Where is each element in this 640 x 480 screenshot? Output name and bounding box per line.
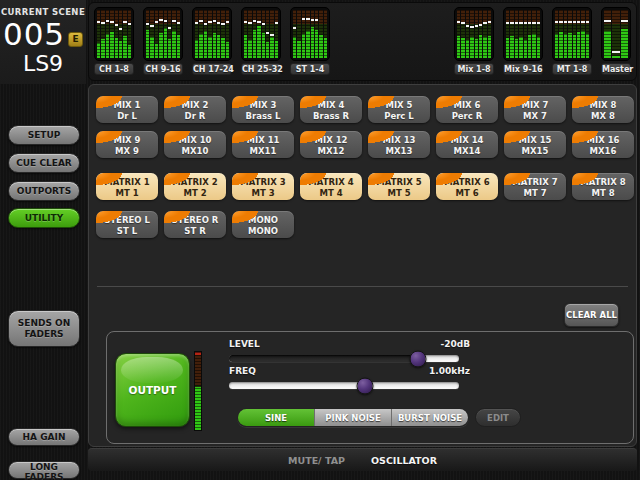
corner-tag-icon [368, 173, 394, 185]
meter-block-mt-1-8[interactable]: MT 1-8 [552, 7, 592, 75]
corner-tag-icon [96, 211, 122, 223]
corner-tag-icon [436, 96, 462, 108]
corner-tag-icon [300, 173, 326, 185]
corner-tag-icon [96, 96, 122, 108]
meter-block-label: Mix 9-16 [503, 63, 543, 75]
channel-select-mix-10[interactable]: MIX 10MX10 [164, 131, 226, 158]
channel-select-matrix-4[interactable]: MATRIX 4MT 4 [300, 173, 362, 200]
corner-tag-icon [164, 173, 190, 185]
meter-block-label: CH 17-24 [192, 63, 232, 75]
channel-select-mix-11[interactable]: MIX 11MX11 [232, 131, 294, 158]
sidebar-button-outports[interactable]: OUTPORTS [8, 181, 80, 201]
meter-block-ch-1-8[interactable]: CH 1-8 [94, 7, 134, 75]
scene-number: 005 [3, 17, 65, 51]
oscillator-output-meter [194, 351, 202, 431]
meter-block-label: Mix 1-8 [454, 63, 494, 75]
meter-block-ch-9-16[interactable]: CH 9-16 [143, 7, 183, 75]
channel-select-mix-7[interactable]: MIX 7MX 7 [504, 96, 566, 123]
section-divider [97, 286, 628, 287]
sidebar-button-setup[interactable]: SETUP [8, 125, 80, 145]
level-label: LEVEL [229, 339, 260, 349]
corner-tag-icon [504, 131, 530, 143]
channel-select-mix-2[interactable]: MIX 2Dr R [164, 96, 226, 123]
channel-select-mix-5[interactable]: MIX 5Perc L [368, 96, 430, 123]
ls9-editor-screen: CURRENT SCENE 005 E LS9 CH 1-8CH 9-16CH … [0, 0, 640, 480]
oscillator-output-button[interactable]: OUTPUT [115, 353, 190, 427]
sidebar-button-sends-on-faders[interactable]: SENDS ON FADERS [8, 310, 80, 347]
channel-select-mix-15[interactable]: MIX 15MX15 [504, 131, 566, 158]
meter-display [503, 7, 543, 61]
freq-slider[interactable] [229, 382, 459, 389]
meter-bridge: CH 1-8CH 9-16CH 17-24CH 25-32ST 1-4 Mix … [88, 2, 637, 81]
sidebar-button-long-faders[interactable]: LONG FADERS [8, 461, 80, 479]
sidebar-button-utility[interactable]: UTILITY [8, 208, 80, 228]
corner-tag-icon [436, 131, 462, 143]
channel-select-mix-1[interactable]: MIX 1Dr L [96, 96, 158, 123]
channel-select-mix-16[interactable]: MIX 16MX16 [572, 131, 634, 158]
corner-tag-icon [368, 131, 394, 143]
meter-block-ch-17-24[interactable]: CH 17-24 [192, 7, 232, 75]
waveform-pink-noise[interactable]: PINK NOISE [314, 409, 391, 426]
channel-select-matrix-3[interactable]: MATRIX 3MT 3 [232, 173, 294, 200]
meter-block-label: CH 9-16 [143, 63, 183, 75]
meter-block-st-1-4[interactable]: ST 1-4 [290, 7, 330, 75]
corner-tag-icon [232, 96, 258, 108]
channel-select-mono[interactable]: MONOMONO [232, 211, 294, 238]
freq-slider-thumb[interactable] [356, 377, 373, 394]
meter-block-mix-9-16[interactable]: Mix 9-16 [503, 7, 543, 75]
meter-display [241, 7, 281, 61]
channel-select-mix-8[interactable]: MIX 8MX 8 [572, 96, 634, 123]
level-slider[interactable] [229, 355, 459, 362]
current-scene-panel[interactable]: CURRENT SCENE 005 E LS9 [0, 0, 86, 84]
channel-select-mix-3[interactable]: MIX 3Brass L [232, 96, 294, 123]
corner-tag-icon [504, 173, 530, 185]
meter-block-ch-25-32[interactable]: CH 25-32 [241, 7, 281, 75]
level-slider-header: LEVEL -20dB [229, 339, 470, 349]
channel-select-matrix-1[interactable]: MATRIX 1MT 1 [96, 173, 158, 200]
freq-slider-header: FREQ 1.00kHz [229, 366, 470, 376]
channel-select-mix-12[interactable]: MIX 12MX12 [300, 131, 362, 158]
tab-mute-tap[interactable]: MUTE/ TAP [288, 455, 345, 466]
channel-select-mix-9[interactable]: MIX 9MX 9 [96, 131, 158, 158]
channel-grid-row: MATRIX 1MT 1MATRIX 2MT 2MATRIX 3MT 3MATR… [96, 173, 634, 200]
meter-group-outputs: Mix 1-8Mix 9-16MT 1-8Master [454, 7, 631, 75]
corner-tag-icon [368, 96, 394, 108]
meter-block-mix-1-8[interactable]: Mix 1-8 [454, 7, 494, 75]
sidebar-button-cue-clear[interactable]: CUE CLEAR [8, 153, 80, 173]
channel-select-mix-13[interactable]: MIX 13MX13 [368, 131, 430, 158]
meter-group-inputs: CH 1-8CH 9-16CH 17-24CH 25-32ST 1-4 [94, 7, 330, 75]
channel-select-matrix-5[interactable]: MATRIX 5MT 5 [368, 173, 430, 200]
level-slider-thumb[interactable] [409, 350, 426, 367]
channel-select-stereo-l[interactable]: STEREO LST L [96, 211, 158, 238]
freq-label: FREQ [229, 366, 256, 376]
channel-grid-row: MIX 9MX 9MIX 10MX10MIX 11MX11MIX 12MX12M… [96, 131, 634, 158]
edit-button[interactable]: EDIT [475, 408, 521, 427]
channel-select-matrix-6[interactable]: MATRIX 6MT 6 [436, 173, 498, 200]
tab-oscillator[interactable]: OSCILLATOR [371, 455, 437, 466]
scene-edit-badge: E [68, 32, 83, 47]
sidebar-button-ha-gain[interactable]: HA GAIN [8, 428, 80, 446]
meter-block-label: CH 25-32 [241, 63, 281, 75]
sidebar: SETUPCUE CLEAROUTPORTSUTILITYSENDS ON FA… [0, 84, 88, 480]
channel-select-matrix-8[interactable]: MATRIX 8MT 8 [572, 173, 634, 200]
corner-tag-icon [164, 131, 190, 143]
corner-tag-icon [232, 131, 258, 143]
channel-select-stereo-r[interactable]: STEREO RST R [164, 211, 226, 238]
meter-display [94, 7, 134, 61]
channel-select-mix-4[interactable]: MIX 4Brass R [300, 96, 362, 123]
main-panel: MIX 1Dr LMIX 2Dr RMIX 3Brass LMIX 4Brass… [88, 84, 637, 447]
oscillator-meter-level [195, 387, 201, 430]
channel-select-matrix-7[interactable]: MATRIX 7MT 7 [504, 173, 566, 200]
channel-select-mix-14[interactable]: MIX 14MX14 [436, 131, 498, 158]
waveform-burst-noise[interactable]: BURST NOISE [391, 409, 468, 426]
waveform-sine[interactable]: SINE [238, 409, 314, 426]
meter-block-master[interactable]: Master [601, 7, 631, 75]
corner-tag-icon [164, 96, 190, 108]
channel-select-matrix-2[interactable]: MATRIX 2MT 2 [164, 173, 226, 200]
corner-tag-icon [300, 96, 326, 108]
channel-grid-row: MIX 1Dr LMIX 2Dr RMIX 3Brass LMIX 4Brass… [96, 96, 634, 123]
meter-display [454, 7, 494, 61]
channel-select-mix-6[interactable]: MIX 6Perc R [436, 96, 498, 123]
meter-display [552, 7, 592, 61]
clear-all-button[interactable]: CLEAR ALL [564, 303, 619, 327]
